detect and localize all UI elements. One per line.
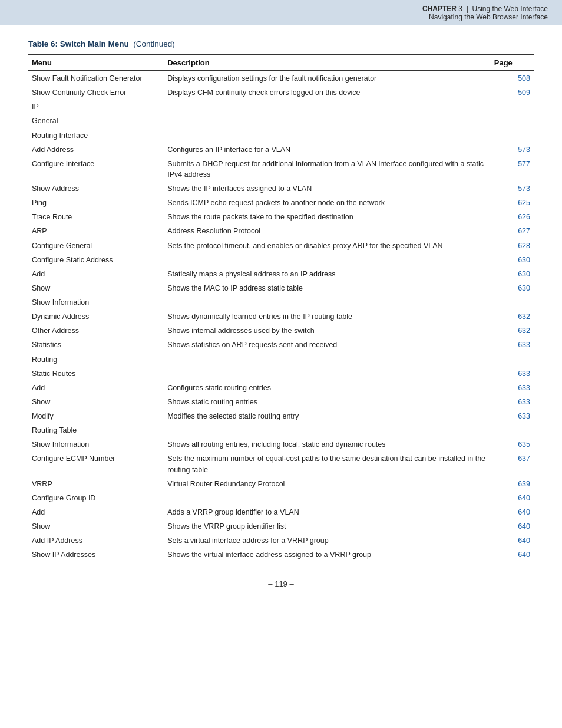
menu-cell: Show — [28, 519, 164, 533]
description-cell: Statically maps a physical address to an… — [164, 267, 491, 281]
chapter-word: CHAPTER — [422, 5, 457, 13]
chapter-num: 3 — [458, 5, 462, 13]
menu-cell: Add IP Address — [28, 533, 164, 548]
description-cell: Shows the virtual interface address assi… — [164, 548, 491, 562]
table-row: PingSends ICMP echo request packets to a… — [28, 196, 534, 210]
menu-cell: Configure Group ID — [28, 491, 164, 505]
page-link[interactable]: 627 — [518, 227, 530, 235]
table-row: ModifyModifies the selected static routi… — [28, 409, 534, 423]
description-cell: Configures static routing entries — [164, 381, 491, 395]
page-link[interactable]: 633 — [518, 412, 530, 420]
page-cell[interactable]: 577 — [491, 157, 534, 182]
page-link[interactable]: 640 — [518, 522, 530, 531]
menu-cell: Routing — [28, 353, 164, 367]
page-cell[interactable]: 640 — [491, 505, 534, 519]
page-link[interactable]: 633 — [518, 384, 530, 392]
menu-cell: Add Address — [28, 143, 164, 157]
table-row: VRRPVirtual Router Redundancy Protocol63… — [28, 477, 534, 491]
page-cell[interactable]: 635 — [491, 437, 534, 452]
table-row: Show Continuity Check ErrorDisplays CFM … — [28, 85, 534, 100]
menu-cell: Configure Static Address — [28, 253, 164, 267]
table-title: Table 6: Switch Main Menu (Continued) — [28, 39, 534, 48]
page-cell[interactable]: 633 — [491, 409, 534, 423]
page-cell[interactable]: 625 — [491, 196, 534, 210]
page-link[interactable]: 640 — [518, 508, 530, 516]
page-cell[interactable]: 639 — [491, 477, 534, 491]
page-link[interactable]: 628 — [518, 242, 530, 250]
page-link[interactable]: 509 — [518, 88, 530, 97]
table-row: Show AddressShows the IP interfaces assi… — [28, 182, 534, 196]
page-link[interactable]: 625 — [518, 199, 530, 207]
description-cell: Shows statistics on ARP requests sent an… — [164, 338, 491, 352]
page-cell[interactable]: 632 — [491, 309, 534, 324]
table-row: Trace RouteShows the route packets take … — [28, 210, 534, 224]
page-cell[interactable]: 509 — [491, 85, 534, 100]
menu-cell: Routing Table — [28, 423, 164, 437]
page-link[interactable]: 635 — [518, 440, 530, 449]
description-cell — [164, 491, 491, 505]
page-link[interactable]: 633 — [518, 341, 530, 349]
table-row: Dynamic AddressShows dynamically learned… — [28, 309, 534, 324]
page-link[interactable]: 630 — [518, 284, 530, 292]
page-cell[interactable]: 627 — [491, 224, 534, 238]
menu-cell: Show — [28, 281, 164, 295]
page-link[interactable]: 633 — [518, 398, 530, 406]
page-link[interactable]: 639 — [518, 480, 530, 488]
description-cell: Sets a virtual interface address for a V… — [164, 533, 491, 548]
chapter-label: CHAPTER 3 | Using the Web Interface — [14, 5, 548, 13]
table-row: Show Fault Notification GeneratorDisplay… — [28, 71, 534, 85]
page-link[interactable]: 630 — [518, 270, 530, 278]
page-link[interactable]: 632 — [518, 327, 530, 335]
page-cell[interactable]: 630 — [491, 253, 534, 267]
description-cell — [164, 353, 491, 367]
description-cell: Submits a DHCP request for additional in… — [164, 157, 491, 182]
description-cell: Shows static routing entries — [164, 395, 491, 409]
page-link[interactable]: 632 — [518, 312, 530, 321]
page-cell[interactable]: 637 — [491, 452, 534, 476]
page-cell[interactable]: 632 — [491, 324, 534, 338]
page-cell[interactable]: 633 — [491, 367, 534, 381]
description-cell — [164, 100, 491, 114]
page-cell[interactable]: 633 — [491, 381, 534, 395]
table-row: Configure ECMP NumberSets the maximum nu… — [28, 452, 534, 476]
page-cell[interactable]: 573 — [491, 143, 534, 157]
page-link[interactable]: 573 — [518, 146, 530, 154]
table-row: Add AddressConfigures an IP interface fo… — [28, 143, 534, 157]
page-cell[interactable]: 626 — [491, 210, 534, 224]
description-cell: Sends ICMP echo request packets to anoth… — [164, 196, 491, 210]
page-cell — [491, 114, 534, 128]
page-cell[interactable]: 628 — [491, 239, 534, 253]
description-cell: Shows the VRRP group identifier list — [164, 519, 491, 533]
description-cell: Modifies the selected static routing ent… — [164, 409, 491, 423]
menu-cell: Show Continuity Check Error — [28, 85, 164, 100]
menu-cell: Statistics — [28, 338, 164, 352]
page-link[interactable]: 573 — [518, 185, 530, 193]
page-link[interactable]: 577 — [518, 160, 530, 168]
table-row: Other AddressShows internal addresses us… — [28, 324, 534, 338]
page-link[interactable]: 626 — [518, 213, 530, 221]
page-link[interactable]: 633 — [518, 370, 530, 378]
page-link[interactable]: 640 — [518, 536, 530, 545]
table-row: AddAdds a VRRP group identifier to a VLA… — [28, 505, 534, 519]
table-row: Configure Static Address630 — [28, 253, 534, 267]
page-cell[interactable]: 630 — [491, 267, 534, 281]
page-cell[interactable]: 640 — [491, 491, 534, 505]
page-link[interactable]: 640 — [518, 494, 530, 502]
page-cell[interactable]: 633 — [491, 338, 534, 352]
page-link[interactable]: 640 — [518, 551, 530, 559]
menu-cell: Show Information — [28, 437, 164, 452]
description-cell: Shows internal addresses used by the swi… — [164, 324, 491, 338]
description-cell — [164, 253, 491, 267]
page-cell[interactable]: 508 — [491, 71, 534, 85]
page-cell[interactable]: 630 — [491, 281, 534, 295]
page-cell[interactable]: 573 — [491, 182, 534, 196]
page-cell[interactable]: 640 — [491, 533, 534, 548]
menu-cell: Configure Interface — [28, 157, 164, 182]
page-link[interactable]: 508 — [518, 74, 530, 83]
page-cell[interactable]: 633 — [491, 395, 534, 409]
page-link[interactable]: 630 — [518, 256, 530, 264]
page-cell[interactable]: 640 — [491, 548, 534, 562]
page-number: – 119 – — [28, 579, 534, 588]
page-link[interactable]: 637 — [518, 454, 530, 463]
page-cell[interactable]: 640 — [491, 519, 534, 533]
